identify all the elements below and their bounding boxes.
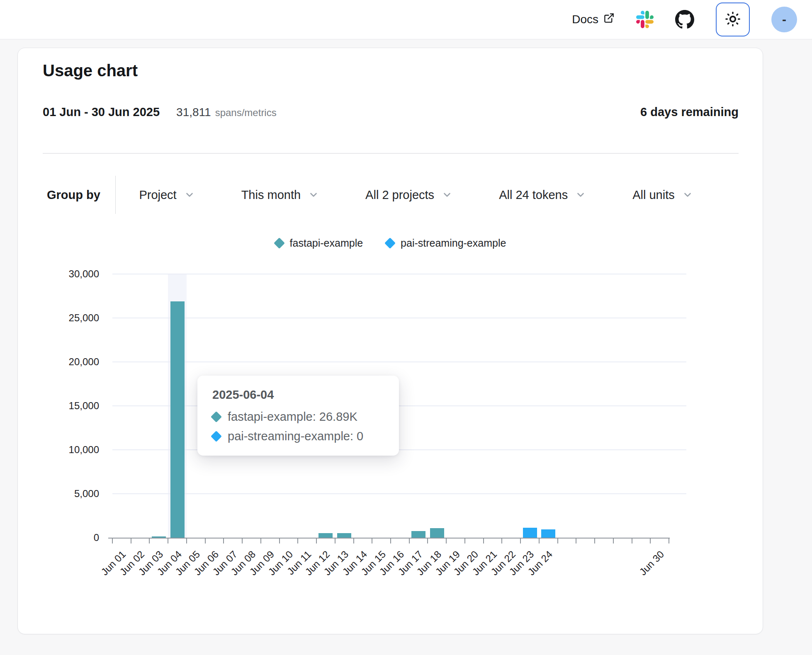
axis-tick (279, 538, 280, 543)
tooltip-row-text: pai-streaming-example: 0 (228, 429, 363, 443)
axis-tick (464, 538, 465, 543)
bar-pai-streaming-example-jun-24[interactable] (541, 529, 555, 538)
axis-tick (168, 538, 168, 543)
axis-tick (131, 538, 131, 543)
y-axis-label: 10,000 (69, 444, 99, 456)
axis-tick (409, 538, 410, 543)
theme-toggle-button[interactable] (716, 2, 750, 36)
chart-tooltip: 2025-06-04 fastapi-example: 26.89K pai-s… (197, 376, 399, 456)
axis-tick (316, 538, 317, 543)
axis-tick (297, 538, 298, 543)
axis-tick (112, 538, 113, 543)
axis-tick (186, 538, 187, 543)
x-axis-label: Jun 30 (637, 548, 666, 578)
external-link-icon (603, 12, 615, 27)
gridline (112, 318, 686, 318)
axis-tick (372, 538, 372, 543)
gridline (112, 493, 686, 494)
y-axis-label: 15,000 (69, 400, 99, 412)
slack-icon[interactable] (636, 11, 654, 28)
avatar-label: - (782, 12, 786, 27)
axis-tick (242, 538, 243, 543)
y-axis-label: 30,000 (69, 268, 99, 280)
axis-tick (446, 538, 447, 543)
bar-fastapi-example-jun-18[interactable] (430, 528, 444, 538)
axis-tick (427, 538, 428, 543)
axis-tick (335, 538, 335, 543)
tooltip-diamond-icon (211, 411, 222, 422)
tooltip-diamond-icon (211, 431, 222, 442)
y-axis-label: 20,000 (69, 356, 99, 368)
gridline (112, 361, 686, 362)
bar-fastapi-example-jun-04[interactable] (170, 301, 185, 538)
github-icon[interactable] (675, 10, 694, 29)
tooltip-row: fastapi-example: 26.89K (212, 410, 384, 424)
axis-tick (483, 538, 484, 543)
axis-tick (539, 538, 540, 543)
axis-tick (650, 538, 651, 543)
sun-icon (724, 10, 741, 29)
docs-link-label: Docs (572, 13, 598, 26)
top-bar: Docs - (0, 0, 812, 39)
bar-fastapi-example-jun-12[interactable] (318, 533, 333, 538)
axis-tick (260, 538, 261, 543)
axis-tick (594, 538, 595, 543)
y-axis-label: 5,000 (74, 488, 99, 500)
axis-tick (223, 538, 224, 543)
docs-link[interactable]: Docs (572, 12, 615, 27)
gridline (112, 274, 686, 274)
axis-tick (149, 538, 150, 543)
axis-tick (632, 538, 632, 543)
axis-tick (353, 538, 354, 543)
y-axis-label: 25,000 (69, 312, 99, 324)
tooltip-row-text: fastapi-example: 26.89K (228, 410, 357, 424)
y-axis-label: 0 (94, 532, 99, 543)
bar-fastapi-example-jun-17[interactable] (411, 531, 425, 538)
axis-tick (520, 538, 521, 543)
tooltip-date: 2025-06-04 (212, 388, 384, 402)
axis-tick (501, 538, 502, 543)
usage-bar-chart: 05,00010,00015,00020,00025,00030,000Jun … (18, 48, 763, 634)
usage-card: Usage chart 01 Jun - 30 Jun 2025 31,811 … (17, 48, 763, 634)
axis-tick (557, 538, 558, 543)
x-axis-line (108, 538, 670, 539)
avatar[interactable]: - (771, 7, 797, 32)
axis-tick (576, 538, 576, 543)
bar-fastapi-example-jun-13[interactable] (337, 533, 351, 538)
bar-pai-streaming-example-jun-23[interactable] (523, 528, 537, 538)
tooltip-row: pai-streaming-example: 0 (212, 429, 384, 443)
axis-tick (205, 538, 206, 543)
axis-tick (669, 538, 669, 543)
axis-tick (613, 538, 614, 543)
axis-tick (390, 538, 391, 543)
